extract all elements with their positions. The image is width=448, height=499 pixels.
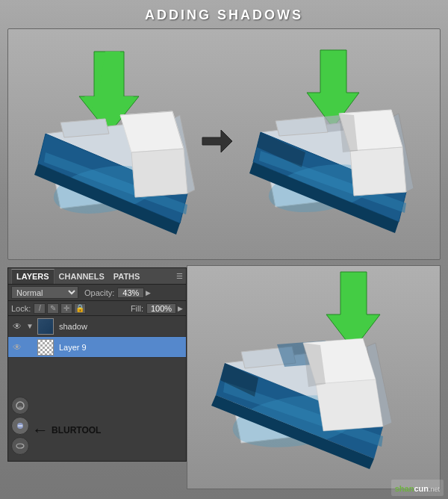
folder-after-svg (238, 44, 425, 246)
lock-all-icon[interactable]: 🔒 (74, 303, 86, 314)
opacity-value: 43% (117, 288, 144, 298)
lock-transparent-icon[interactable]: / (34, 303, 46, 314)
blur-tool-arrow-icon: ← (32, 421, 49, 440)
fill-arrow[interactable]: ▶ (178, 305, 183, 312)
panel-menu-icon[interactable]: ☰ (176, 272, 183, 280)
layer-thumb-shadow (37, 318, 54, 335)
right-arrow-svg (199, 126, 236, 156)
tab-layers[interactable]: LAYERS (11, 269, 55, 284)
transition-arrow (199, 126, 236, 156)
layers-panel: LAYERS CHANNELS PATHS ☰ Normal Opacity: … (7, 267, 187, 462)
svg-marker-3 (60, 119, 109, 137)
lock-fill-row: Lock: / ✎ ✛ 🔒 Fill: 100% ▶ (8, 301, 186, 316)
blur-tool-icon[interactable] (11, 417, 29, 435)
fill-value: 100% (146, 303, 176, 314)
svg-marker-10 (131, 149, 187, 197)
tool-icons-panel (11, 397, 29, 455)
title-text: ADDING SHADOWS (145, 7, 303, 22)
layer-thumb-layer9 (37, 339, 54, 356)
lock-label: Lock: (11, 304, 31, 313)
tab-channels[interactable]: CHANNELS (55, 269, 109, 284)
watermark-domain: .net (429, 486, 440, 493)
top-illustration-panel (7, 28, 441, 260)
opacity-label: Opacity: (84, 288, 114, 297)
watermark: shancun.net (391, 480, 444, 496)
panel-tabs-bar: LAYERS CHANNELS PATHS ☰ (8, 268, 186, 285)
blend-opacity-row: Normal Opacity: 43% ▶ (8, 285, 186, 301)
folder-final-panel (187, 265, 441, 489)
svg-point-31 (16, 444, 24, 448)
fill-label: Fill: (131, 304, 143, 313)
tab-paths[interactable]: PATHS (109, 269, 145, 284)
svg-marker-13 (202, 130, 232, 152)
svg-marker-16 (276, 117, 328, 136)
watermark-brand: shan (395, 484, 414, 493)
folder-before (23, 44, 195, 246)
layer-name-shadow: shadow (59, 322, 87, 331)
page-title: ADDING SHADOWS (0, 7, 448, 23)
layer-visibility-layer9[interactable]: 👁 (11, 341, 23, 353)
svg-marker-25 (350, 147, 406, 196)
layer-visibility-shadow[interactable]: 👁 (11, 320, 23, 332)
svg-point-28 (18, 406, 22, 409)
layer-row-layer9[interactable]: 👁 Layer 9 (8, 337, 186, 358)
blur-tool-label: BLURTOOL (52, 425, 101, 436)
layer-expand-layer9 (25, 343, 34, 352)
lock-icons-group: / ✎ ✛ 🔒 (34, 303, 86, 314)
folder-before-svg (23, 44, 195, 246)
watermark-cun: cun (414, 484, 429, 493)
sharpen-tool-icon[interactable] (11, 437, 29, 455)
lock-image-icon[interactable]: ✎ (47, 303, 59, 314)
smudge-tool-icon[interactable] (11, 397, 29, 415)
svg-marker-32 (326, 272, 380, 350)
folder-final-svg (187, 266, 441, 490)
folder-after (238, 44, 425, 246)
svg-marker-44 (316, 379, 383, 431)
layer-expand-shadow[interactable]: ▼ (25, 322, 34, 331)
blur-tool-label-area: ← BLURTOOL (32, 421, 101, 440)
opacity-arrow[interactable]: ▶ (146, 289, 151, 297)
layer-name-layer9: Layer 9 (59, 343, 87, 352)
lock-position-icon[interactable]: ✛ (60, 303, 72, 314)
blend-mode-select[interactable]: Normal (11, 286, 78, 299)
layer-row-shadow[interactable]: 👁 ▼ shadow (8, 316, 186, 337)
